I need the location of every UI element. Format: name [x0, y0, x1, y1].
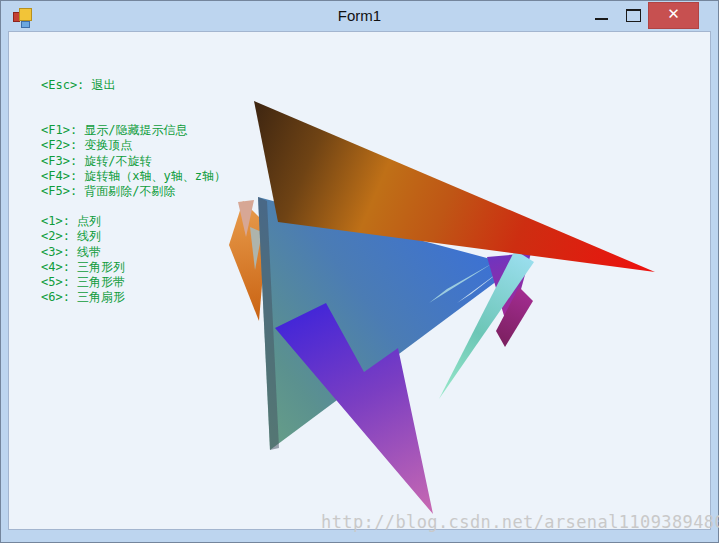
help-number-keys: <1>: 点列<2>: 线列<3>: 线带<4>: 三角形列<5>: 三角形带<…	[41, 214, 125, 306]
help-esc-line: <Esc>: 退出	[41, 78, 116, 93]
window-form1: Form1 ✕ <Esc>: 退出 <F1>: 显示/隐藏提示信息<F2>: 变…	[0, 0, 719, 543]
help-line: <4>: 三角形列	[41, 260, 125, 275]
close-icon: ✕	[667, 5, 680, 23]
close-button[interactable]: ✕	[648, 2, 699, 29]
help-line: <5>: 三角形带	[41, 275, 125, 290]
help-line: <F3>: 旋转/不旋转	[41, 154, 226, 169]
help-line: <1>: 点列	[41, 214, 125, 229]
minimize-button[interactable]	[587, 1, 617, 28]
help-line: <F4>: 旋转轴（x轴、y轴、z轴）	[41, 169, 226, 184]
help-line: <6>: 三角扇形	[41, 290, 125, 305]
maximize-button[interactable]	[619, 1, 647, 28]
help-line: <F2>: 变换顶点	[41, 138, 226, 153]
titlebar[interactable]: Form1 ✕	[1, 1, 718, 31]
help-line: <F1>: 显示/隐藏提示信息	[41, 123, 226, 138]
help-line: <2>: 线列	[41, 229, 125, 244]
help-function-keys: <F1>: 显示/隐藏提示信息<F2>: 变换顶点<F3>: 旋转/不旋转<F4…	[41, 123, 226, 199]
minimize-icon	[595, 18, 608, 20]
maximize-icon	[626, 9, 641, 22]
help-line: <3>: 线带	[41, 245, 125, 260]
help-line: <F5>: 背面剔除/不剔除	[41, 184, 226, 199]
watermark-url: http://blog.csdn.net/arsenal1109389480	[321, 512, 719, 532]
